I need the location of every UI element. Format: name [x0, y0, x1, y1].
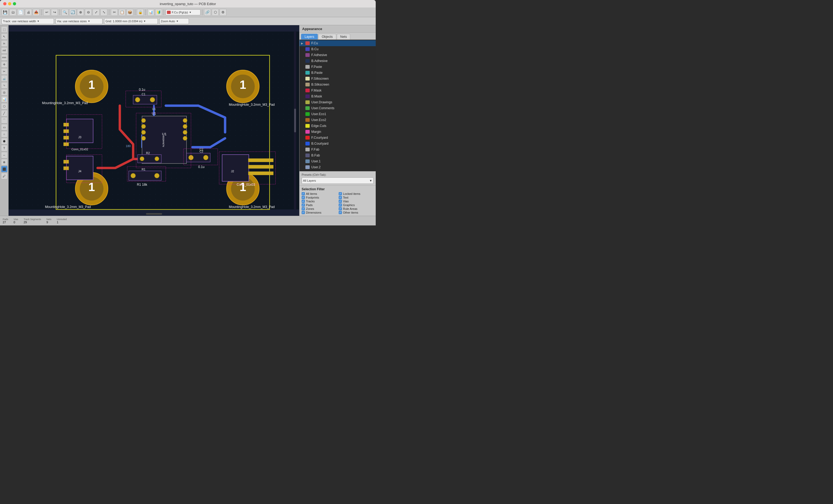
- mm-tool[interactable]: mm: [1, 54, 7, 61]
- 3d-button[interactable]: 📊: [147, 9, 154, 16]
- measure-tool[interactable]: in: [1, 40, 7, 47]
- layer-bmask[interactable]: B.Mask: [300, 93, 376, 99]
- select-tool[interactable]: ⬚: [1, 26, 7, 33]
- via-selector[interactable]: Via: use netclass sizes ▼: [55, 18, 102, 24]
- filter-text-checkbox[interactable]: ✓: [339, 196, 342, 199]
- filter-other-items[interactable]: ✓ Other items: [339, 211, 374, 214]
- search-button[interactable]: 🔍: [62, 9, 68, 16]
- tab-nets[interactable]: Nets: [337, 34, 351, 40]
- close-button[interactable]: [3, 2, 6, 5]
- plot-button[interactable]: 📤: [33, 9, 40, 16]
- layer-bcu[interactable]: B.Cu: [300, 46, 376, 52]
- filter-rule-areas-checkbox[interactable]: ✓: [339, 207, 342, 210]
- layer-edgecuts[interactable]: Edge.Cuts: [300, 123, 376, 129]
- new-button[interactable]: 📄: [17, 9, 24, 16]
- tab-layers[interactable]: Layers: [301, 34, 318, 40]
- magnify-tool[interactable]: ✂: [1, 68, 7, 75]
- filter-footprints-checkbox[interactable]: ✓: [302, 196, 305, 199]
- paint-tool[interactable]: 🖊: [1, 173, 7, 179]
- filter-dimensions[interactable]: ✓ Dimensions: [302, 211, 336, 214]
- project-button[interactable]: 🗂: [9, 9, 16, 16]
- layer-bcourtyard[interactable]: B.Courtyard: [300, 141, 376, 146]
- refresh-button[interactable]: 🔄: [69, 9, 76, 16]
- redo-button[interactable]: ↪: [51, 9, 58, 16]
- layer-fcourtyard[interactable]: F.Courtyard: [300, 135, 376, 141]
- undo-button[interactable]: ↩: [43, 9, 50, 16]
- local-origin-tool[interactable]: ⊕: [1, 159, 7, 165]
- netinspector-button[interactable]: 🔗: [204, 9, 211, 16]
- layer-bfab[interactable]: B.Fab: [300, 152, 376, 158]
- layer-bsilkscreen[interactable]: B.Silkscreen: [300, 81, 376, 88]
- filter-pads-checkbox[interactable]: ✓: [302, 203, 305, 207]
- route-tool[interactable]: ∿: [1, 82, 7, 89]
- highlight-tool[interactable]: ◎: [1, 89, 7, 96]
- filter-dimensions-checkbox[interactable]: ✓: [302, 211, 305, 214]
- filter-zones-checkbox[interactable]: ✓: [302, 207, 305, 210]
- layer-badhesive[interactable]: B.Adhesive: [300, 58, 376, 64]
- filter-text[interactable]: ✓ Text: [339, 196, 374, 199]
- tab-objects[interactable]: Objects: [318, 34, 336, 40]
- filter-graphics-checkbox[interactable]: ✓: [339, 203, 342, 207]
- minimize-button[interactable]: [8, 2, 11, 5]
- layer-fmask[interactable]: F.Mask: [300, 88, 376, 93]
- filter-graphics[interactable]: ✓ Graphics: [339, 203, 374, 207]
- filter-all-items[interactable]: ✓ All items: [302, 192, 336, 195]
- zoom-selection-button[interactable]: ⤡: [100, 9, 108, 16]
- dimension-tool[interactable]: ↔: [1, 152, 7, 158]
- filter-rule-areas[interactable]: ✓ Rule Areas: [339, 207, 374, 210]
- layers-tool[interactable]: ⬛: [1, 166, 7, 172]
- presets-select[interactable]: All Layers ▼: [302, 177, 374, 184]
- layer-usereco1[interactable]: User.Eco1: [300, 111, 376, 117]
- layer-bpaste[interactable]: B.Paste: [300, 70, 376, 76]
- inspect-tool[interactable]: 🔬: [1, 75, 7, 81]
- filter-vias[interactable]: ✓ Vias: [339, 200, 374, 203]
- rect-tool[interactable]: ▭: [1, 124, 7, 130]
- zoom-out-button[interactable]: ⊖: [85, 9, 92, 16]
- layer-userdrawings[interactable]: User.Drawings: [300, 99, 376, 105]
- layer-fpaste[interactable]: F.Paste: [300, 64, 376, 70]
- track-selector[interactable]: Track: use netclass width ▼: [2, 18, 54, 24]
- filter-tracks-checkbox[interactable]: ✓: [302, 200, 305, 203]
- layer-fcu[interactable]: ▶ F.Cu: [300, 40, 376, 46]
- layer-ffab[interactable]: F.Fab: [300, 146, 376, 152]
- lock-button[interactable]: 🔒: [137, 9, 144, 16]
- filter-zones[interactable]: ✓ Zones: [302, 207, 336, 210]
- filter-footprints[interactable]: ✓ Footprints: [302, 196, 336, 199]
- layer-fadhesive[interactable]: F.Adhesive: [300, 52, 376, 58]
- copy-button[interactable]: 📋: [119, 9, 126, 16]
- filter-locked-items[interactable]: ✓ Locked items: [339, 192, 374, 195]
- layer-selector[interactable]: F.Cu (PgUp) ▼: [166, 9, 200, 15]
- mil-tool[interactable]: mil: [1, 47, 7, 54]
- zoom-selector[interactable]: Zoom Auto ▼: [160, 18, 189, 24]
- layers-list[interactable]: ▶ F.Cu B.Cu F.Adhesive B.Adhesive: [300, 40, 376, 171]
- netinsp-tool[interactable]: 📊: [1, 96, 7, 102]
- layer-margin[interactable]: Margin: [300, 129, 376, 135]
- filter-all-items-checkbox[interactable]: ✓: [302, 192, 305, 195]
- crosshair-tool[interactable]: ✛: [1, 61, 7, 68]
- filter-locked-items-checkbox[interactable]: ✓: [339, 192, 342, 195]
- layer-fsilkscreen[interactable]: F.Silkscreen: [300, 76, 376, 81]
- arc-tool[interactable]: ⌒: [1, 117, 7, 123]
- line-tool[interactable]: ╱: [1, 110, 7, 117]
- paste-button[interactable]: 📦: [126, 9, 134, 16]
- layer-user1[interactable]: User.1: [300, 158, 376, 164]
- script-button[interactable]: ⚙: [219, 9, 227, 16]
- filter-vias-checkbox[interactable]: ✓: [339, 200, 342, 203]
- filter-pads[interactable]: ✓ Pads: [302, 203, 336, 207]
- pcb-canvas-area[interactable]: 1 MountingHole_3.2mm_M3_Pad 1 MountingHo…: [8, 25, 299, 216]
- layer-usercomments[interactable]: User.Comments: [300, 105, 376, 111]
- circle-tool[interactable]: ○: [1, 131, 7, 137]
- maximize-button[interactable]: [13, 2, 16, 5]
- inspect-button[interactable]: 🔰: [155, 9, 162, 16]
- zoom-in-button[interactable]: ⊕: [77, 9, 84, 16]
- text-tool[interactable]: T: [1, 145, 7, 151]
- grid-selector[interactable]: Grid: 1.0000 mm (0.0394 in) ▼: [104, 18, 158, 24]
- filter-tracks[interactable]: ✓ Tracks: [302, 200, 336, 203]
- print-button[interactable]: 🖨: [25, 9, 32, 16]
- copper-fill-tool[interactable]: ⬡: [1, 103, 7, 110]
- layer-user2[interactable]: User.2: [300, 164, 376, 170]
- save-button[interactable]: 💾: [2, 9, 8, 16]
- zoom-fit-button[interactable]: ⤢: [93, 9, 100, 16]
- pointer-tool[interactable]: ↖: [1, 33, 7, 40]
- polygon-tool[interactable]: ⬟: [1, 138, 7, 144]
